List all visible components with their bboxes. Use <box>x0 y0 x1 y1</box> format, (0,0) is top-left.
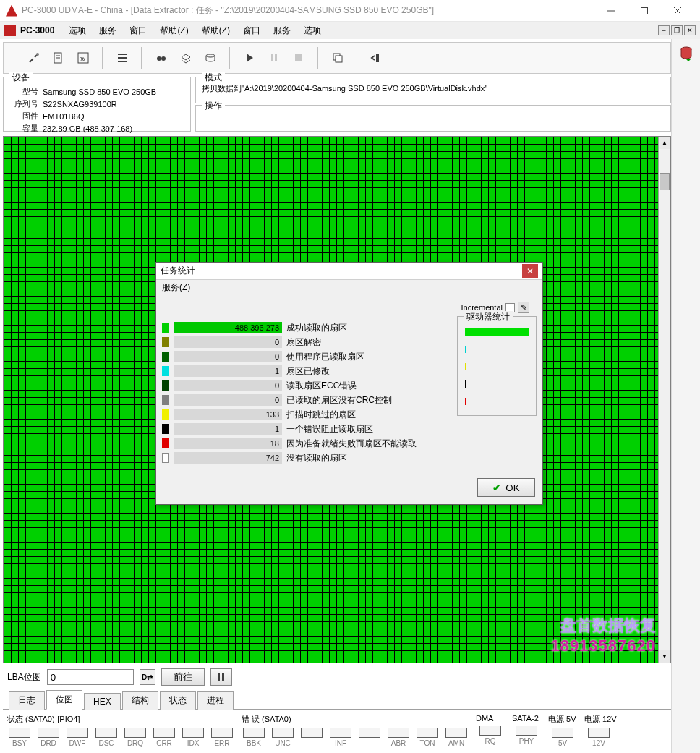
status-group: 电源 5V 5V <box>548 714 577 752</box>
mdi-restore-button[interactable]: ❐ <box>671 25 683 35</box>
brand-icon <box>4 25 16 36</box>
driver-bar <box>465 328 529 336</box>
list-icon[interactable] <box>112 48 132 68</box>
dialog-menu[interactable]: 服务(Z) <box>156 280 542 296</box>
scroll-up-button[interactable]: ▲ <box>659 137 670 149</box>
bitmap-scrollbar[interactable]: ▲ ▼ <box>658 137 670 663</box>
lba-format-toggle[interactable]: D⇄ <box>140 669 155 685</box>
main-toolbar: % <box>3 42 671 74</box>
stat-swatch <box>162 337 169 347</box>
mode-legend: 模式 <box>202 72 225 84</box>
copy-icon[interactable] <box>328 48 348 68</box>
status-group-title: 电源 5V <box>548 714 577 725</box>
operation-legend: 操作 <box>202 100 225 112</box>
svg-point-13 <box>157 56 161 61</box>
disk-icon[interactable] <box>200 48 221 68</box>
window-titlebar: PC-3000 UDMA-E - China - [Data Extractor… <box>0 0 700 22</box>
stat-swatch <box>162 395 169 405</box>
stat-swatch <box>162 366 169 376</box>
svg-rect-17 <box>275 54 277 61</box>
stop-button[interactable] <box>289 48 309 68</box>
ok-button[interactable]: ✔OK <box>477 478 535 497</box>
tab-HEX[interactable]: HEX <box>84 693 121 710</box>
dialog-title: 任务统计 <box>161 265 522 277</box>
menu-item[interactable]: 选项 <box>63 23 92 38</box>
tab-位图[interactable]: 位图 <box>46 690 82 710</box>
menu-item[interactable]: 帮助(Z) <box>154 23 194 38</box>
exit-icon[interactable] <box>367 48 387 68</box>
tab-状态[interactable]: 状态 <box>160 691 196 710</box>
menu-item[interactable]: 选项 <box>298 23 327 38</box>
status-led: DRQ <box>123 728 148 747</box>
menu-bar: PC-3000 选项服务窗口帮助(Z)帮助(Z)窗口服务选项 – ❐ ✕ <box>0 22 700 39</box>
scroll-down-button[interactable]: ▼ <box>659 650 670 663</box>
driver-bar <box>465 398 529 405</box>
mdi-minimize-button[interactable]: – <box>658 25 670 35</box>
stat-bar: 18 <box>174 438 282 449</box>
binoculars-icon[interactable] <box>151 48 171 68</box>
status-group-title: 状态 (SATA0)-[PIO4] <box>7 714 234 725</box>
device-row: 容量232.89 GB (488 397 168) <box>11 123 159 134</box>
device-info-panel: 设备 型号Samsung SSD 850 EVO 250GB序列号S22SNXA… <box>3 77 191 132</box>
pause-button[interactable] <box>264 48 284 68</box>
dialog-close-button[interactable]: ✕ <box>522 264 538 278</box>
menu-item[interactable]: 帮助(Z) <box>196 23 236 38</box>
stat-row: 0 已读取的扇区没有CRC控制 <box>162 393 450 407</box>
status-led <box>357 728 382 747</box>
stat-row: 1 一个错误阻止读取扇区 <box>162 422 450 436</box>
status-led: INF <box>328 728 353 747</box>
play-button[interactable] <box>239 48 260 68</box>
device-row: 固件EMT01B6Q <box>11 111 159 122</box>
brand-label: PC-3000 <box>20 25 54 35</box>
database-dock-icon[interactable] <box>676 43 696 64</box>
status-led: 12V <box>584 728 613 747</box>
page-icon[interactable] <box>48 48 69 68</box>
lba-pause-button[interactable] <box>210 668 232 686</box>
status-group: 状态 (SATA0)-[PIO4] BSYDRDDWFDSCDRQCRRIDXE… <box>7 714 234 752</box>
status-group-title: SATA-2 <box>512 714 541 723</box>
stat-desc: 成功读取的扇区 <box>286 322 347 334</box>
window-controls <box>594 0 694 22</box>
lba-input[interactable] <box>47 669 134 685</box>
status-group-title: DMA <box>476 714 505 723</box>
svg-rect-21 <box>376 54 379 62</box>
status-led: UNC <box>270 728 295 747</box>
tab-日志[interactable]: 日志 <box>9 691 45 710</box>
stat-bar: 0 <box>174 351 282 362</box>
maximize-button[interactable] <box>628 0 661 22</box>
stat-bar: 0 <box>174 336 282 348</box>
percent-icon[interactable]: % <box>73 48 93 68</box>
stat-swatch <box>162 380 169 391</box>
svg-rect-22 <box>218 673 220 681</box>
minimize-button[interactable] <box>594 0 628 22</box>
layers-icon[interactable] <box>176 48 196 68</box>
tab-进程[interactable]: 进程 <box>197 691 234 710</box>
menu-item[interactable]: 服务 <box>93 23 122 38</box>
svg-rect-20 <box>336 56 342 62</box>
svg-rect-18 <box>295 54 302 61</box>
statistics-list: 488 396 273 成功读取的扇区 0 扇区解密 0 使用程序已读取扇区 1… <box>162 316 450 465</box>
stat-row: 0 读取扇区ECC错误 <box>162 378 450 393</box>
menu-item[interactable]: 窗口 <box>237 23 266 38</box>
mdi-controls: – ❐ ✕ <box>658 25 696 35</box>
status-group: DMA RQ <box>476 714 505 752</box>
go-button[interactable]: 前往 <box>161 668 205 686</box>
tab-结构[interactable]: 结构 <box>122 691 158 710</box>
svg-rect-1 <box>641 7 648 14</box>
close-button[interactable] <box>661 0 694 22</box>
menu-item[interactable]: 窗口 <box>124 23 153 38</box>
driver-bar <box>465 346 529 353</box>
scroll-thumb[interactable] <box>660 173 670 190</box>
svg-rect-16 <box>271 54 273 61</box>
status-led: RQ <box>476 726 505 745</box>
dialog-titlebar[interactable]: 任务统计 ✕ <box>156 263 542 280</box>
stat-swatch <box>162 323 169 333</box>
stat-row: 742 没有读取的扇区 <box>162 451 450 465</box>
menu-item[interactable]: 服务 <box>268 23 296 38</box>
mdi-close-button[interactable]: ✕ <box>684 25 696 35</box>
tools-icon[interactable] <box>24 48 44 68</box>
status-led: AMN <box>444 728 469 747</box>
edit-icon[interactable]: ✎ <box>518 302 529 313</box>
status-led: CRR <box>152 728 176 747</box>
ok-label: OK <box>505 482 519 493</box>
